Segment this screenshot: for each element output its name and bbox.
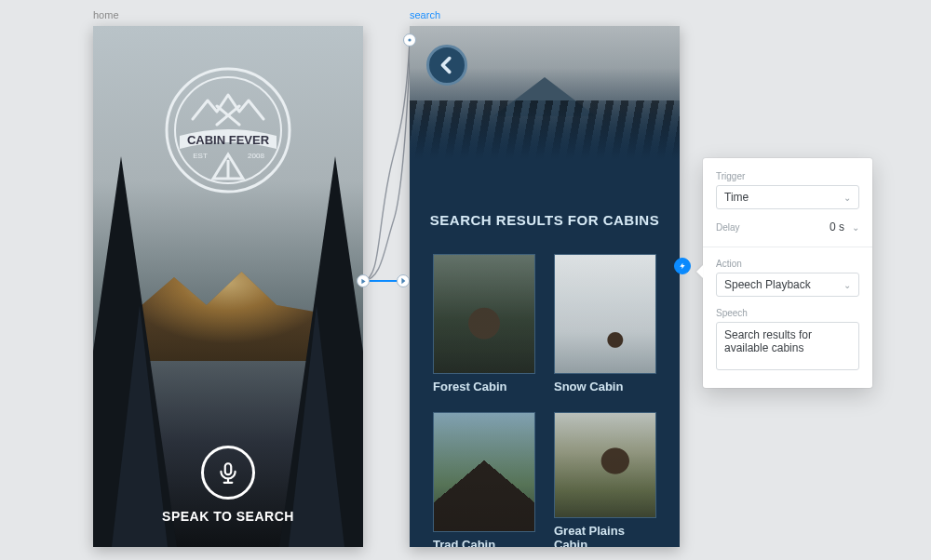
chevron-left-icon <box>437 55 457 75</box>
trigger-select[interactable]: Time ⌄ <box>716 185 859 209</box>
trigger-label: Trigger <box>716 171 859 181</box>
result-thumbnail <box>554 254 656 374</box>
result-thumbnail <box>433 254 535 374</box>
hero-cabin-illustration <box>493 77 596 116</box>
speak-to-search-label: SPEAK TO SEARCH <box>162 509 294 524</box>
result-card-snow-cabin[interactable]: Snow Cabin <box>554 254 656 393</box>
chevron-down-icon: ⌄ <box>843 193 851 203</box>
speak-to-search-button[interactable] <box>201 446 255 500</box>
chevron-down-icon[interactable]: ⌄ <box>852 222 859 233</box>
action-label: Action <box>716 259 859 269</box>
result-label: Great Plains Cabin <box>554 524 656 547</box>
interaction-inspector-panel: Trigger Time ⌄ Delay 0 s ⌄ Action Speech… <box>703 158 872 388</box>
logo-year-text: 2008 <box>248 152 264 160</box>
link-anchor-in-left[interactable] <box>397 274 410 287</box>
microphone-icon <box>216 460 240 485</box>
delay-value[interactable]: 0 s <box>830 220 844 233</box>
svg-point-9 <box>408 38 411 41</box>
result-card-trad-cabin[interactable]: Trad Cabin <box>433 412 535 547</box>
result-label: Forest Cabin <box>433 380 535 393</box>
speech-textarea[interactable]: Search results for available cabins <box>716 322 859 370</box>
chevron-down-icon: ⌄ <box>843 280 851 290</box>
page-label-home[interactable]: home <box>93 9 119 20</box>
logo-brand-text: CABIN FEVER <box>187 133 270 147</box>
action-select[interactable]: Speech Playback ⌄ <box>716 273 859 297</box>
speech-label: Speech <box>716 308 859 318</box>
brand-logo: CABIN FEVER EST 2008 <box>163 65 293 195</box>
interaction-anchor[interactable] <box>674 258 691 274</box>
svg-rect-6 <box>225 463 232 474</box>
result-thumbnail <box>433 412 535 532</box>
page-label-search[interactable]: search <box>410 9 440 20</box>
logo-est-text: EST <box>193 152 208 160</box>
artboard-home: CABIN FEVER EST 2008 SPEAK TO SEARCH <box>93 26 363 547</box>
artboard-search: SEARCH RESULTS FOR CABINS Forest Cabin S… <box>410 26 680 547</box>
delay-label: Delay <box>716 222 740 233</box>
trigger-value: Time <box>724 191 749 204</box>
result-card-forest-cabin[interactable]: Forest Cabin <box>433 254 535 393</box>
action-value: Speech Playback <box>724 278 811 291</box>
result-label: Snow Cabin <box>554 380 656 393</box>
result-label: Trad Cabin <box>433 538 535 547</box>
back-button[interactable] <box>426 45 467 86</box>
result-card-great-plains-cabin[interactable]: Great Plains Cabin <box>554 412 656 547</box>
result-thumbnail <box>554 412 656 518</box>
panel-divider <box>703 247 872 247</box>
search-results-heading: SEARCH RESULTS FOR CABINS <box>410 212 680 228</box>
link-anchor-in-top[interactable] <box>403 33 416 47</box>
link-anchor-out[interactable] <box>357 274 370 287</box>
